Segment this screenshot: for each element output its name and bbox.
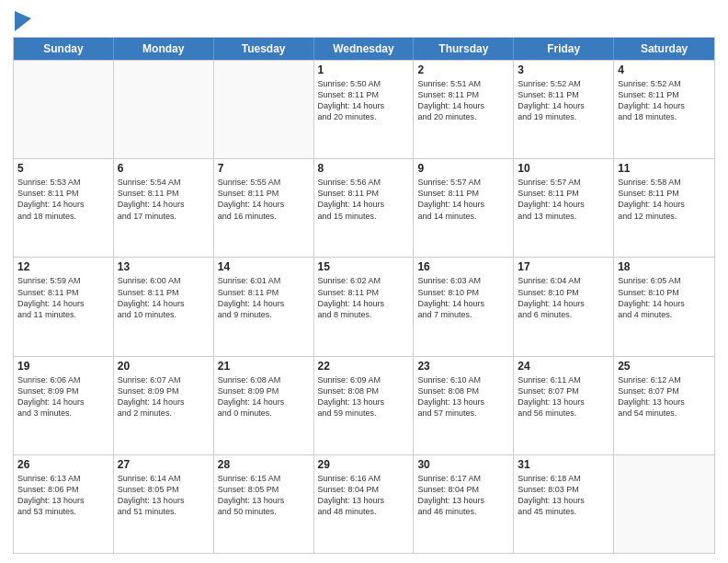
week-row-3: 12Sunrise: 5:59 AMSunset: 8:11 PMDayligh… xyxy=(14,257,714,355)
week-row-2: 5Sunrise: 5:53 AMSunset: 8:11 PMDaylight… xyxy=(14,158,714,257)
day-info: Sunrise: 6:02 AMSunset: 8:11 PMDaylight:… xyxy=(318,275,410,320)
day-info: Sunrise: 5:53 AMSunset: 8:11 PMDaylight:… xyxy=(17,177,109,222)
day-number: 27 xyxy=(118,458,210,471)
cal-cell: 21Sunrise: 6:08 AMSunset: 8:09 PMDayligh… xyxy=(214,357,314,454)
header-cell-friday: Friday xyxy=(514,38,614,60)
cal-cell: 6Sunrise: 5:54 AMSunset: 8:11 PMDaylight… xyxy=(114,159,214,257)
cal-cell: 4Sunrise: 5:52 AMSunset: 8:11 PMDaylight… xyxy=(614,61,714,158)
day-info: Sunrise: 6:07 AMSunset: 8:09 PMDaylight:… xyxy=(118,374,210,419)
calendar-body: 1Sunrise: 5:50 AMSunset: 8:11 PMDaylight… xyxy=(14,60,714,553)
cal-cell: 10Sunrise: 5:57 AMSunset: 8:11 PMDayligh… xyxy=(514,159,614,257)
day-number: 29 xyxy=(318,458,410,471)
day-number: 14 xyxy=(218,260,310,273)
day-number: 6 xyxy=(118,162,210,175)
day-number: 12 xyxy=(17,260,109,273)
day-number: 19 xyxy=(17,360,109,373)
day-info: Sunrise: 6:18 AMSunset: 8:03 PMDaylight:… xyxy=(518,473,609,518)
cal-cell: 11Sunrise: 5:58 AMSunset: 8:11 PMDayligh… xyxy=(614,159,714,257)
day-info: Sunrise: 5:55 AMSunset: 8:11 PMDaylight:… xyxy=(218,177,310,222)
cal-cell: 8Sunrise: 5:56 AMSunset: 8:11 PMDaylight… xyxy=(314,159,415,257)
cal-cell: 20Sunrise: 6:07 AMSunset: 8:09 PMDayligh… xyxy=(114,357,214,454)
day-info: Sunrise: 5:54 AMSunset: 8:11 PMDaylight:… xyxy=(118,177,210,222)
cal-cell: 19Sunrise: 6:06 AMSunset: 8:09 PMDayligh… xyxy=(14,357,114,454)
day-number: 1 xyxy=(318,63,410,76)
calendar: SundayMondayTuesdayWednesdayThursdayFrid… xyxy=(13,37,715,554)
day-number: 4 xyxy=(618,63,711,76)
day-number: 20 xyxy=(118,360,210,373)
day-number: 30 xyxy=(417,458,509,471)
day-number: 10 xyxy=(518,162,609,175)
cal-cell: 14Sunrise: 6:01 AMSunset: 8:11 PMDayligh… xyxy=(214,258,314,355)
week-row-1: 1Sunrise: 5:50 AMSunset: 8:11 PMDaylight… xyxy=(14,60,714,158)
day-number: 5 xyxy=(17,162,109,175)
cal-cell: 23Sunrise: 6:10 AMSunset: 8:08 PMDayligh… xyxy=(414,357,514,454)
day-number: 17 xyxy=(518,260,609,273)
day-number: 21 xyxy=(218,360,310,373)
cal-cell: 25Sunrise: 6:12 AMSunset: 8:07 PMDayligh… xyxy=(614,357,714,454)
cal-cell: 1Sunrise: 5:50 AMSunset: 8:11 PMDaylight… xyxy=(314,61,415,158)
cal-cell: 9Sunrise: 5:57 AMSunset: 8:11 PMDaylight… xyxy=(414,159,514,257)
day-info: Sunrise: 5:57 AMSunset: 8:11 PMDaylight:… xyxy=(417,177,509,222)
day-info: Sunrise: 6:16 AMSunset: 8:04 PMDaylight:… xyxy=(318,473,410,518)
day-info: Sunrise: 5:59 AMSunset: 8:11 PMDaylight:… xyxy=(17,275,109,320)
day-info: Sunrise: 6:04 AMSunset: 8:10 PMDaylight:… xyxy=(518,275,609,320)
day-number: 13 xyxy=(118,260,210,273)
day-info: Sunrise: 6:09 AMSunset: 8:08 PMDaylight:… xyxy=(318,374,410,419)
day-number: 2 xyxy=(417,63,509,76)
day-number: 18 xyxy=(618,260,711,273)
svg-marker-0 xyxy=(15,11,31,31)
day-info: Sunrise: 5:52 AMSunset: 8:11 PMDaylight:… xyxy=(618,78,711,123)
day-info: Sunrise: 6:08 AMSunset: 8:09 PMDaylight:… xyxy=(218,374,310,419)
day-info: Sunrise: 5:57 AMSunset: 8:11 PMDaylight:… xyxy=(518,177,609,222)
cal-cell: 26Sunrise: 6:13 AMSunset: 8:06 PMDayligh… xyxy=(14,455,114,553)
day-info: Sunrise: 6:05 AMSunset: 8:10 PMDaylight:… xyxy=(618,275,711,320)
day-number: 3 xyxy=(518,63,609,76)
day-info: Sunrise: 6:01 AMSunset: 8:11 PMDaylight:… xyxy=(218,275,310,320)
header-cell-sunday: Sunday xyxy=(14,38,114,60)
header-cell-tuesday: Tuesday xyxy=(214,38,314,60)
day-info: Sunrise: 6:13 AMSunset: 8:06 PMDaylight:… xyxy=(17,473,109,518)
header-cell-saturday: Saturday xyxy=(614,38,714,60)
cal-cell: 2Sunrise: 5:51 AMSunset: 8:11 PMDaylight… xyxy=(414,61,514,158)
cal-cell: 16Sunrise: 6:03 AMSunset: 8:10 PMDayligh… xyxy=(414,258,514,355)
day-number: 26 xyxy=(17,458,109,471)
day-number: 15 xyxy=(318,260,410,273)
cal-cell: 17Sunrise: 6:04 AMSunset: 8:10 PMDayligh… xyxy=(514,258,614,355)
page: SundayMondayTuesdayWednesdayThursdayFrid… xyxy=(0,0,728,563)
header-cell-wednesday: Wednesday xyxy=(314,38,415,60)
cal-cell: 29Sunrise: 6:16 AMSunset: 8:04 PMDayligh… xyxy=(314,455,415,553)
day-number: 16 xyxy=(417,260,509,273)
cal-cell: 15Sunrise: 6:02 AMSunset: 8:11 PMDayligh… xyxy=(314,258,415,355)
calendar-header-row: SundayMondayTuesdayWednesdayThursdayFrid… xyxy=(14,38,714,60)
day-number: 23 xyxy=(417,360,509,373)
week-row-5: 26Sunrise: 6:13 AMSunset: 8:06 PMDayligh… xyxy=(14,454,714,553)
logo xyxy=(13,13,31,31)
day-number: 9 xyxy=(417,162,509,175)
cal-cell: 18Sunrise: 6:05 AMSunset: 8:10 PMDayligh… xyxy=(614,258,714,355)
day-info: Sunrise: 6:15 AMSunset: 8:05 PMDaylight:… xyxy=(218,473,310,518)
header-cell-thursday: Thursday xyxy=(414,38,514,60)
day-number: 8 xyxy=(318,162,410,175)
cal-cell xyxy=(614,455,714,553)
day-info: Sunrise: 5:50 AMSunset: 8:11 PMDaylight:… xyxy=(318,78,410,123)
cal-cell: 22Sunrise: 6:09 AMSunset: 8:08 PMDayligh… xyxy=(314,357,415,454)
cal-cell xyxy=(114,61,214,158)
day-info: Sunrise: 6:14 AMSunset: 8:05 PMDaylight:… xyxy=(118,473,210,518)
day-info: Sunrise: 5:56 AMSunset: 8:11 PMDaylight:… xyxy=(318,177,410,222)
cal-cell: 27Sunrise: 6:14 AMSunset: 8:05 PMDayligh… xyxy=(114,455,214,553)
day-info: Sunrise: 6:12 AMSunset: 8:07 PMDaylight:… xyxy=(618,374,711,419)
day-info: Sunrise: 5:52 AMSunset: 8:11 PMDaylight:… xyxy=(518,78,609,123)
cal-cell: 12Sunrise: 5:59 AMSunset: 8:11 PMDayligh… xyxy=(14,258,114,355)
cal-cell: 5Sunrise: 5:53 AMSunset: 8:11 PMDaylight… xyxy=(14,159,114,257)
day-number: 31 xyxy=(518,458,609,471)
day-number: 7 xyxy=(218,162,310,175)
day-info: Sunrise: 5:51 AMSunset: 8:11 PMDaylight:… xyxy=(417,78,509,123)
day-info: Sunrise: 6:00 AMSunset: 8:11 PMDaylight:… xyxy=(118,275,210,320)
day-number: 11 xyxy=(618,162,711,175)
header xyxy=(13,9,715,31)
cal-cell: 31Sunrise: 6:18 AMSunset: 8:03 PMDayligh… xyxy=(514,455,614,553)
day-info: Sunrise: 6:10 AMSunset: 8:08 PMDaylight:… xyxy=(417,374,509,419)
cal-cell xyxy=(214,61,314,158)
day-info: Sunrise: 6:17 AMSunset: 8:04 PMDaylight:… xyxy=(417,473,509,518)
cal-cell xyxy=(14,61,114,158)
